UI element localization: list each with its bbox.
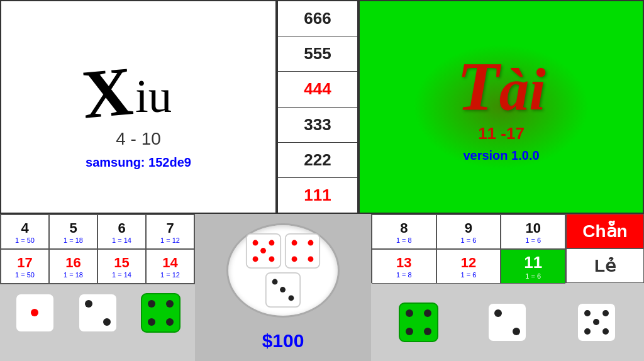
bet-13-sub: 1 = 8 — [396, 271, 412, 279]
le-button[interactable]: Lẻ — [566, 248, 644, 283]
svg-text:X: X — [79, 52, 136, 126]
die-left-2 — [77, 292, 118, 333]
bet-13-main: 13 — [396, 255, 411, 271]
left-dice-row — [0, 284, 195, 341]
svg-point-19 — [292, 240, 297, 246]
svg-point-21 — [292, 256, 297, 262]
svg-point-31 — [424, 328, 431, 335]
svg-rect-7 — [142, 294, 180, 332]
bet-11-sub: 1 = 6 — [525, 272, 541, 280]
bet-4[interactable]: 4 1 = 50 — [1, 214, 49, 249]
die-right-1 — [398, 302, 439, 343]
svg-point-9 — [166, 300, 174, 308]
bet-15-sub: 1 = 14 — [112, 271, 131, 279]
svg-point-6 — [103, 318, 111, 326]
bet-grid-right[interactable]: 8 1 = 8 9 1 = 6 10 1 = 6 13 1 = 8 12 1 — [371, 214, 566, 283]
die-left-1 — [14, 292, 55, 333]
bet-13[interactable]: 13 1 = 8 — [372, 249, 436, 284]
svg-point-10 — [148, 318, 155, 326]
tai-logo: Tài — [457, 52, 545, 121]
version-text: version 1.0.0 — [463, 148, 539, 163]
bottom-center-col: $100 — [195, 214, 371, 361]
bet-12[interactable]: 12 1 = 6 — [436, 249, 501, 284]
bet-5-main: 5 — [69, 220, 77, 236]
svg-point-16 — [253, 256, 258, 262]
bet-11-main: 11 — [524, 253, 542, 272]
chan-le-panel[interactable]: Chẵn Lẻ — [566, 214, 644, 283]
bet-14-main: 14 — [162, 255, 177, 271]
xiu-panel: X iu 4 - 10 samsung: 152de9 — [0, 0, 277, 214]
bet-5-sub: 1 = 18 — [64, 236, 83, 244]
svg-rect-4 — [79, 294, 117, 332]
tai-panel: Tài 11 -17 version 1.0.0 — [358, 0, 644, 214]
bet-6-main: 6 — [118, 220, 125, 236]
bet-16[interactable]: 16 1 = 18 — [49, 249, 97, 284]
right-top-row: 8 1 = 8 9 1 = 6 10 1 = 6 13 1 = 8 12 1 — [371, 214, 644, 283]
bet-15-main: 15 — [114, 255, 129, 271]
die-left-3 — [140, 292, 181, 333]
svg-point-17 — [269, 256, 274, 262]
bet-7-main: 7 — [166, 220, 174, 236]
svg-rect-18 — [286, 234, 319, 268]
bet-7[interactable]: 7 1 = 12 — [146, 214, 194, 249]
bet-9[interactable]: 9 1 = 6 — [436, 214, 501, 249]
center-die-3 — [265, 272, 301, 308]
bottom-right-col: 8 1 = 8 9 1 = 6 10 1 = 6 13 1 = 8 12 1 — [371, 214, 644, 361]
svg-point-38 — [593, 319, 599, 325]
bet-8[interactable]: 8 1 = 8 — [372, 214, 436, 249]
svg-point-39 — [584, 328, 591, 335]
bet-amount: $100 — [262, 330, 304, 352]
num-333: 333 — [278, 108, 357, 143]
xiu-logo: X iu — [75, 44, 201, 126]
tai-range: 11 -17 — [478, 124, 525, 143]
bet-10-main: 10 — [525, 220, 540, 236]
dice-bowl — [226, 223, 340, 318]
center-die-2 — [284, 233, 321, 269]
bet-9-main: 9 — [465, 220, 472, 236]
svg-point-5 — [85, 300, 92, 308]
number-table: 666 555 444 333 222 111 — [277, 0, 358, 214]
svg-point-26 — [288, 295, 294, 301]
bet-grid-left[interactable]: 4 1 = 50 5 1 = 18 6 1 = 14 7 1 = 12 17 1… — [0, 214, 195, 284]
bet-10[interactable]: 10 1 = 6 — [501, 214, 565, 249]
svg-rect-32 — [488, 303, 526, 342]
svg-point-28 — [406, 309, 413, 317]
svg-point-36 — [584, 310, 591, 316]
bet-15[interactable]: 15 1 = 14 — [97, 249, 146, 284]
center-die-1 — [245, 233, 282, 269]
svg-point-37 — [602, 310, 609, 316]
bet-12-sub: 1 = 6 — [461, 271, 477, 279]
bet-17[interactable]: 17 1 = 50 — [1, 249, 49, 284]
bet-14[interactable]: 14 1 = 12 — [146, 249, 194, 284]
num-222: 222 — [278, 143, 357, 178]
svg-point-40 — [602, 328, 609, 335]
bottom-left-col: 4 1 = 50 5 1 = 18 6 1 = 14 7 1 = 12 17 1… — [0, 214, 195, 361]
svg-point-30 — [406, 328, 413, 335]
top-section: X iu 4 - 10 samsung: 152de9 666 555 444 … — [0, 0, 644, 214]
svg-point-25 — [280, 287, 286, 292]
svg-point-15 — [260, 248, 266, 253]
svg-point-33 — [494, 309, 502, 317]
svg-rect-27 — [399, 303, 438, 342]
num-111: 111 — [278, 178, 357, 213]
chan-button[interactable]: Chẵn — [566, 214, 644, 248]
svg-point-34 — [513, 328, 520, 335]
le-label: Lẻ — [594, 255, 616, 276]
xiu-range: 4 - 10 — [116, 129, 161, 149]
bet-16-main: 16 — [65, 255, 80, 271]
bet-5[interactable]: 5 1 = 18 — [49, 214, 97, 249]
bet-12-main: 12 — [461, 255, 476, 271]
bet-17-sub: 1 = 50 — [15, 271, 35, 279]
device-id: samsung: 152de9 — [86, 155, 191, 170]
svg-point-8 — [148, 300, 155, 308]
right-dice-row — [371, 283, 644, 361]
chan-label: Chẵn — [582, 221, 627, 242]
bottom-section: 4 1 = 50 5 1 = 18 6 1 = 14 7 1 = 12 17 1… — [0, 214, 644, 361]
bet-11[interactable]: 11 1 = 6 — [501, 249, 565, 284]
bet-6[interactable]: 6 1 = 14 — [97, 214, 146, 249]
bet-7-sub: 1 = 12 — [160, 236, 180, 244]
bet-6-sub: 1 = 14 — [112, 236, 131, 244]
bet-14-sub: 1 = 12 — [160, 271, 180, 279]
bet-16-sub: 1 = 18 — [64, 271, 83, 279]
bet-8-main: 8 — [400, 220, 408, 236]
